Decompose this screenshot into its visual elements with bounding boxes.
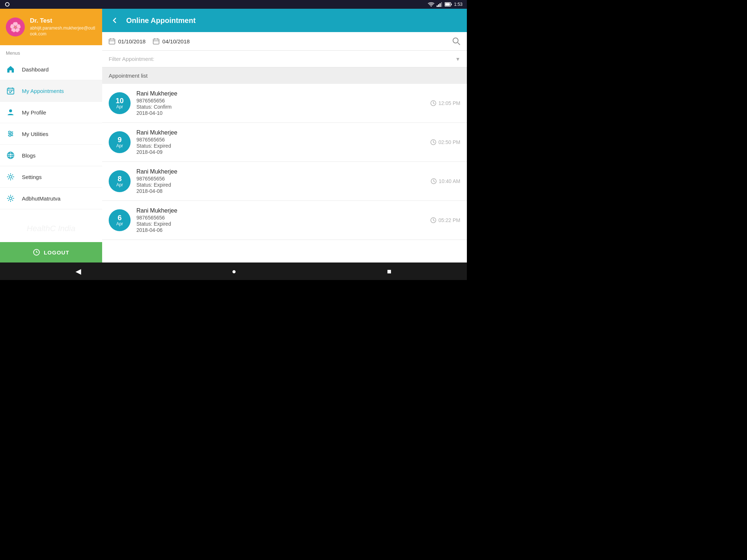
sidebar-item-blogs[interactable]: Blogs <box>0 145 102 166</box>
sidebar-nav: Dashboard My Appointments <box>0 59 102 242</box>
search-icon <box>452 37 460 45</box>
svg-rect-33 <box>153 39 159 44</box>
sidebar-item-my-profile[interactable]: My Profile <box>0 102 102 123</box>
nav-back-button[interactable]: ◀ <box>68 264 88 279</box>
nav-home-button[interactable]: ● <box>224 264 243 279</box>
start-date-value: 01/10/2018 <box>118 38 146 44</box>
svg-point-18 <box>9 135 11 137</box>
logout-label: LOGOUT <box>44 249 69 256</box>
appointment-time: 02:50 PM <box>430 139 460 145</box>
sidebar-item-my-utilities[interactable]: My Utilities <box>0 123 102 145</box>
svg-point-24 <box>9 176 12 178</box>
start-date-field[interactable]: 01/10/2018 <box>109 38 146 44</box>
appointment-item[interactable]: 8 Apr Rani Mukherjee 9876565656 Status: … <box>102 162 467 201</box>
filter-bar[interactable]: Filter Appointment: ▼ <box>102 51 467 67</box>
date-badge: 6 Apr <box>109 209 131 231</box>
appointment-month: Apr <box>116 105 123 109</box>
sidebar-item-my-appointments[interactable]: My Appointments <box>0 80 102 102</box>
date-badge: 8 Apr <box>109 170 131 192</box>
appointment-phone: 9876565656 <box>136 137 425 143</box>
status-bar-right: 1:53 <box>428 2 462 7</box>
end-calendar-icon <box>153 38 159 44</box>
appointment-list-header: Appointment list <box>102 67 467 84</box>
sidebar-user-info: Dr. Test abhijit.paramesh.mukherjee@outl… <box>30 17 96 37</box>
signal-icon <box>437 2 442 7</box>
filter-label: Filter Appointment: <box>109 56 154 62</box>
sidebar: 🌸 Dr. Test abhijit.paramesh.mukherjee@ou… <box>0 9 102 262</box>
appointment-date: 2018-04-10 <box>136 110 425 116</box>
appointment-list: 10 Apr Rani Mukherjee 9876565656 Status:… <box>102 84 467 262</box>
status-bar: 1:53 <box>0 0 467 9</box>
top-bar: Online Appointment <box>102 9 467 32</box>
appointment-time: 05:22 PM <box>430 217 460 223</box>
sidebar-item-adbhut-matrutva[interactable]: AdbhutMatrutva <box>0 188 102 209</box>
user-icon <box>6 108 15 117</box>
circle-icon <box>4 1 10 7</box>
logout-icon <box>33 249 40 256</box>
svg-point-37 <box>453 38 458 43</box>
appointment-item[interactable]: 9 Apr Rani Mukherjee 9876565656 Status: … <box>102 123 467 162</box>
appointment-info: Rani Mukherjee 9876565656 Status: Expire… <box>136 168 425 194</box>
appointment-phone: 9876565656 <box>136 215 425 221</box>
bottom-nav: ◀ ● ■ <box>0 262 467 280</box>
search-button[interactable] <box>452 37 460 45</box>
home-icon <box>6 65 15 74</box>
gear-icon <box>6 172 15 182</box>
appointment-day: 6 <box>117 214 121 222</box>
appointment-status: Status: Expired <box>136 221 425 227</box>
wifi-icon <box>428 2 434 7</box>
my-appointments-label: My Appointments <box>22 88 64 94</box>
clock-icon <box>431 178 437 184</box>
status-bar-left <box>4 1 10 7</box>
svg-point-17 <box>11 133 13 135</box>
appointment-date: 2018-04-08 <box>136 188 425 194</box>
my-profile-label: My Profile <box>22 109 46 116</box>
appointment-status: Status: Expired <box>136 182 425 188</box>
sidebar-item-settings[interactable]: Settings <box>0 166 102 188</box>
logout-button[interactable]: LOGOUT <box>0 242 102 262</box>
appointment-info: Rani Mukherjee 9876565656 Status: Confir… <box>136 90 425 116</box>
menus-label: Menus <box>0 45 102 59</box>
avatar: 🌸 <box>6 18 25 36</box>
appointment-info: Rani Mukherjee 9876565656 Status: Expire… <box>136 129 425 155</box>
main-layout: 🌸 Dr. Test abhijit.paramesh.mukherjee@ou… <box>0 9 467 262</box>
svg-rect-8 <box>7 88 14 94</box>
sliders-icon <box>6 129 15 139</box>
appointment-item[interactable]: 10 Apr Rani Mukherjee 9876565656 Status:… <box>102 84 467 123</box>
appointment-month: Apr <box>116 183 123 187</box>
my-utilities-label: My Utilities <box>22 131 49 137</box>
appointment-name: Rani Mukherjee <box>136 90 425 97</box>
end-date-value: 04/10/2018 <box>162 38 190 44</box>
svg-rect-1 <box>437 5 438 7</box>
nav-square-button[interactable]: ■ <box>380 264 399 279</box>
svg-rect-6 <box>451 4 452 5</box>
blogs-label: Blogs <box>22 152 36 159</box>
appointment-name: Rani Mukherjee <box>136 207 425 214</box>
clock-icon <box>430 139 436 145</box>
appointment-item[interactable]: 6 Apr Rani Mukherjee 9876565656 Status: … <box>102 201 467 240</box>
appointment-name: Rani Mukherjee <box>136 168 425 175</box>
main-content: Online Appointment 01/10/2018 <box>102 9 467 262</box>
appointment-date: 2018-04-09 <box>136 149 425 155</box>
svg-rect-7 <box>445 3 450 6</box>
globe-icon <box>6 151 15 160</box>
appointment-month: Apr <box>116 144 123 148</box>
adbhut-matrutva-label: AdbhutMatrutva <box>22 195 61 202</box>
appointment-date: 2018-04-06 <box>136 227 425 233</box>
calendar-icon-svg <box>109 38 115 44</box>
date-badge: 10 Apr <box>109 92 131 114</box>
appointment-day: 8 <box>117 175 121 183</box>
appointment-phone: 9876565656 <box>136 98 425 104</box>
sidebar-item-dashboard[interactable]: Dashboard <box>0 59 102 80</box>
svg-point-12 <box>9 109 12 112</box>
appointment-name: Rani Mukherjee <box>136 129 425 136</box>
svg-point-25 <box>9 197 12 200</box>
date-filter-bar: 01/10/2018 04/10/2018 <box>102 32 467 51</box>
start-calendar-icon <box>109 38 115 44</box>
appointment-time: 12:05 PM <box>430 100 460 106</box>
calendar-icon-svg2 <box>153 38 159 44</box>
appointment-day: 10 <box>116 97 124 105</box>
back-button[interactable] <box>109 15 120 26</box>
end-date-field[interactable]: 04/10/2018 <box>153 38 190 44</box>
appointment-info: Rani Mukherjee 9876565656 Status: Expire… <box>136 207 425 233</box>
